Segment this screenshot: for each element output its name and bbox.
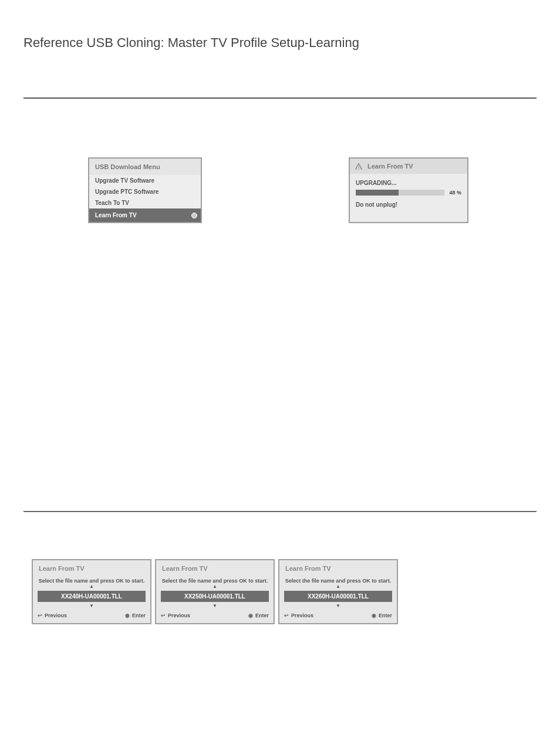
previous-button[interactable]: ↩︎ Previous bbox=[284, 613, 313, 618]
enter-button[interactable]: ◉ Enter bbox=[125, 613, 146, 618]
divider bbox=[23, 511, 537, 512]
enter-button[interactable]: ◉ Enter bbox=[248, 613, 269, 618]
arrow-up-icon[interactable]: ▲ bbox=[33, 584, 150, 590]
menu-item-label: Learn From TV bbox=[95, 212, 137, 218]
file-panel-instruction: Select the file name and press OK to sta… bbox=[33, 577, 150, 584]
usb-download-menu: USB Download Menu Upgrade TV Software Up… bbox=[88, 157, 202, 223]
enter-dot-icon: ◉ bbox=[125, 613, 130, 618]
file-panel-header: Learn From TV bbox=[279, 560, 397, 577]
progress-bar-fill bbox=[356, 190, 399, 196]
arrow-up-icon[interactable]: ▲ bbox=[156, 584, 274, 590]
progress-bar bbox=[356, 190, 444, 196]
selected-filename[interactable]: XX240H-UA00001.TLL bbox=[38, 591, 146, 602]
arrow-down-icon[interactable]: ▼ bbox=[279, 603, 397, 609]
menu-item-teach-to-tv[interactable]: Teach To TV bbox=[89, 197, 201, 208]
previous-button[interactable]: ↩︎ Previous bbox=[161, 613, 190, 618]
progress-percent-label: 48 % bbox=[449, 190, 461, 196]
enter-label: Enter bbox=[132, 613, 146, 618]
previous-label: Previous bbox=[168, 613, 190, 618]
enter-dot-icon: ◉ bbox=[248, 613, 253, 618]
previous-label: Previous bbox=[291, 613, 313, 618]
back-arrow-icon: ↩︎ bbox=[284, 613, 289, 618]
arrow-up-icon[interactable]: ▲ bbox=[279, 584, 397, 590]
back-arrow-icon: ↩︎ bbox=[161, 613, 166, 618]
file-panel-instruction: Select the file name and press OK to sta… bbox=[156, 577, 274, 584]
usb-menu-header: USB Download Menu bbox=[89, 159, 201, 175]
back-arrow-icon: ↩︎ bbox=[38, 613, 42, 618]
divider bbox=[23, 97, 537, 99]
arrow-down-icon[interactable]: ▼ bbox=[33, 603, 150, 609]
enter-label: Enter bbox=[255, 613, 269, 618]
selected-filename[interactable]: XX260H-UA00001.TLL bbox=[284, 591, 392, 602]
enter-label: Enter bbox=[379, 613, 392, 618]
enter-dot-icon: ◉ bbox=[372, 613, 376, 618]
enter-dot-icon bbox=[191, 213, 197, 218]
previous-button[interactable]: ↩︎ Previous bbox=[38, 613, 67, 618]
menu-item-upgrade-ptc[interactable]: Upgrade PTC Software bbox=[89, 186, 201, 197]
previous-label: Previous bbox=[45, 613, 67, 618]
learn-file-panel-1: Learn From TV Select the file name and p… bbox=[32, 559, 151, 624]
page-title: Reference USB Cloning: Master TV Profile… bbox=[23, 35, 537, 51]
enter-button[interactable]: ◉ Enter bbox=[372, 613, 392, 618]
progress-status: UPGRADING... bbox=[356, 180, 461, 186]
file-panel-instruction: Select the file name and press OK to sta… bbox=[279, 577, 397, 584]
learn-file-panel-3: Learn From TV Select the file name and p… bbox=[278, 559, 398, 624]
learn-progress-panel: Learn From TV UPGRADING... 48 % Do not u… bbox=[349, 157, 468, 223]
file-panel-header: Learn From TV bbox=[156, 560, 274, 577]
file-panel-header: Learn From TV bbox=[33, 560, 150, 577]
arrow-down-icon[interactable]: ▼ bbox=[156, 603, 274, 609]
warning-icon bbox=[355, 162, 363, 170]
menu-item-upgrade-tv[interactable]: Upgrade TV Software bbox=[89, 175, 201, 186]
menu-item-learn-from-tv[interactable]: Learn From TV bbox=[89, 208, 201, 222]
learn-file-panel-2: Learn From TV Select the file name and p… bbox=[155, 559, 275, 624]
progress-header: Learn From TV bbox=[367, 163, 413, 170]
progress-warning: Do not unplug! bbox=[356, 201, 461, 208]
selected-filename[interactable]: XX250H-UA00001.TLL bbox=[161, 591, 269, 602]
